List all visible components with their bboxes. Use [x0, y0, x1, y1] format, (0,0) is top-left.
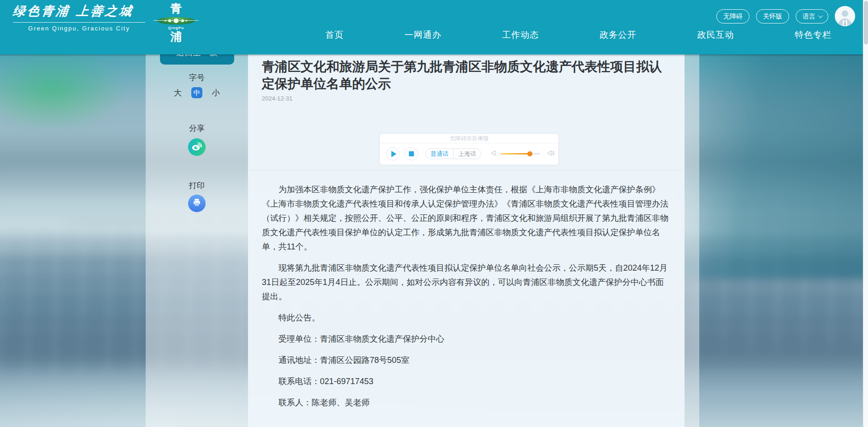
stop-button[interactable] — [405, 147, 418, 160]
section-divider — [248, 170, 685, 170]
volume-high-icon — [547, 149, 555, 159]
user-avatar[interactable] — [835, 6, 855, 26]
print-label: 打印 — [169, 180, 224, 191]
font-size-large-button[interactable]: 大 — [174, 88, 182, 98]
slogan-underline — [13, 22, 145, 23]
share-label: 分享 — [169, 123, 224, 134]
language-label: 语言 — [803, 10, 815, 23]
main-navigation: 首页 一网通办 工作动态 政务公开 政民互动 特色专栏 — [295, 27, 862, 43]
nav-item-special-columns[interactable]: 特色专栏 — [795, 29, 832, 41]
paragraph: 通讯地址：青浦区公园路78号505室 — [262, 353, 672, 368]
paragraph: 为加强本区非物质文化遗产保护工作，强化保护单位主体责任，根据《上海市非物质文化遗… — [262, 183, 672, 254]
paragraph: 联系电话：021-69717453 — [262, 374, 672, 389]
audio-player-title: 无障碍语音播报 — [380, 134, 558, 143]
font-size-options: 大 中 小 — [174, 87, 220, 98]
font-size-medium-button[interactable]: 中 — [191, 87, 202, 98]
article-date: 2024-12-31 — [262, 95, 293, 102]
paragraph: 现将第九批青浦区非物质文化遗产代表性项目拟认定保护单位名单向社会公示，公示期5天… — [262, 261, 672, 304]
nav-item-government-affairs[interactable]: 政务公开 — [600, 29, 637, 41]
audio-player-controls: 普通话 上海话 — [380, 143, 558, 164]
nav-item-home[interactable]: 首页 — [325, 29, 344, 41]
nav-item-public-interaction[interactable]: 政民互动 — [697, 29, 734, 41]
weibo-icon — [191, 140, 203, 154]
site-slogan: 绿色青浦 上善之城 Green Qingpu, Gracious City — [13, 3, 151, 32]
qingpu-logo: 青 QingPu 浦 — [155, 1, 197, 43]
logo-top-character: 青 — [155, 1, 197, 16]
volume-slider[interactable] — [501, 153, 540, 154]
font-size-label: 字号 — [169, 72, 224, 83]
slogan-english: Green Qingpu, Gracious City — [13, 25, 145, 32]
paragraph: 受理单位：青浦区非物质文化遗产保护分中心 — [262, 332, 672, 346]
audio-player: 无障碍语音播报 普通话 上海话 — [379, 133, 559, 165]
language-option-mandarin[interactable]: 普通话 — [426, 149, 453, 159]
logo-bottom-character: 浦 — [155, 30, 197, 43]
volume-fill — [501, 153, 530, 154]
care-version-button[interactable]: 关怀版 — [756, 9, 789, 24]
play-icon — [391, 151, 396, 157]
header-tools: 无障碍 关怀版 语言 — [716, 6, 855, 26]
slogan-calligraphy: 绿色青浦 上善之城 — [12, 3, 152, 19]
page-root: 返回上一级 字号 大 中 小 分享 打印 — [0, 0, 868, 427]
language-dropdown[interactable]: 语言 — [796, 9, 828, 24]
language-option-shanghainese[interactable]: 上海话 — [453, 149, 481, 159]
language-toggle: 普通话 上海话 — [425, 148, 481, 159]
scrollbar-thumb[interactable] — [864, 1, 868, 44]
play-button[interactable] — [386, 147, 400, 160]
article-body: 为加强本区非物质文化遗产保护工作，强化保护单位主体责任，根据《上海市非物质文化遗… — [262, 183, 672, 417]
logo-english-name: QingPu — [155, 26, 197, 30]
volume-low-icon — [490, 149, 498, 159]
logo-island-icon — [157, 17, 195, 24]
nav-item-one-stop-services[interactable]: 一网通办 — [404, 29, 441, 41]
nav-item-work-news[interactable]: 工作动态 — [502, 29, 539, 41]
font-size-small-button[interactable]: 小 — [212, 88, 220, 98]
article-card: 青浦区文化和旅游局关于第九批青浦区非物质文化遗产代表性项目拟认定保护单位名单的公… — [248, 54, 685, 427]
care-version-label: 关怀版 — [763, 10, 782, 23]
volume-knob[interactable] — [527, 151, 532, 156]
scrollbar — [863, 0, 868, 427]
paragraph: 联系人：陈老师、吴老师 — [262, 396, 672, 410]
person-icon — [835, 6, 855, 26]
chevron-down-icon — [818, 13, 823, 18]
accessibility-button[interactable]: 无障碍 — [716, 9, 750, 24]
stop-icon — [409, 151, 414, 156]
article-title: 青浦区文化和旅游局关于第九批青浦区非物质文化遗产代表性项目拟认定保护单位名单的公… — [262, 58, 667, 92]
accessibility-label: 无障碍 — [723, 10, 743, 23]
printer-icon — [192, 197, 202, 209]
share-weibo-button[interactable] — [188, 138, 206, 156]
paragraph: 特此公告。 — [262, 311, 672, 325]
print-button[interactable] — [188, 195, 206, 212]
site-header: 绿色青浦 上善之城 Green Qingpu, Gracious City 青 … — [0, 0, 868, 54]
